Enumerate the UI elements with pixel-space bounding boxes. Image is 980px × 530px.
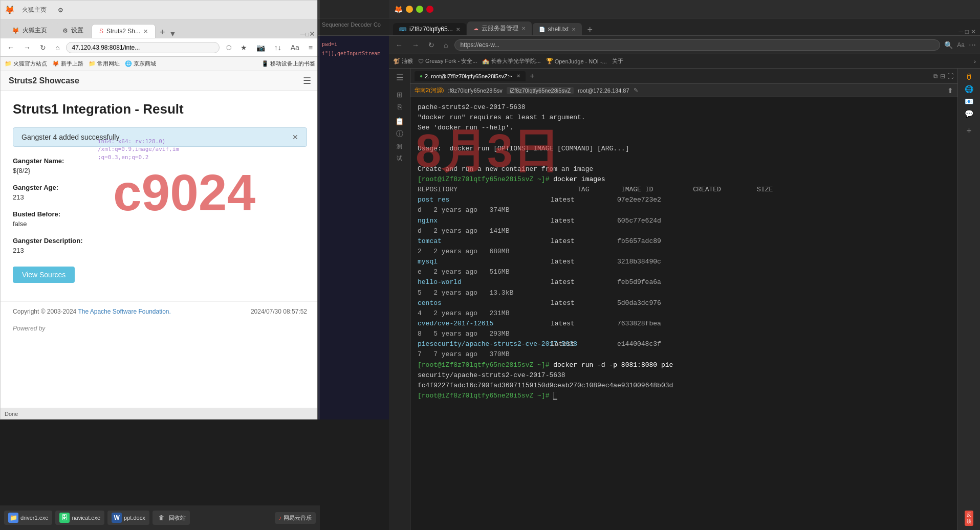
new-terminal-btn[interactable]: + bbox=[530, 72, 534, 81]
fullscreen-btn[interactable]: ⛶ bbox=[947, 73, 953, 80]
right-sidebar-outlook-btn[interactable]: 📧 bbox=[965, 97, 973, 105]
more-bookmarks-icon[interactable]: › bbox=[974, 58, 976, 64]
sidebar-paste-btn[interactable]: 📋 bbox=[395, 117, 404, 125]
new-tab-button[interactable]: + bbox=[156, 27, 169, 38]
right-restore-btn[interactable]: □ bbox=[965, 28, 969, 35]
tab-struts[interactable]: S Struts2 Sh... ✕ bbox=[92, 24, 156, 38]
right-tab-cloud[interactable]: ☁ 云服务器管理 ✕ bbox=[467, 21, 532, 35]
right-sidebar-oil-btn[interactable]: 🛢 bbox=[966, 73, 973, 81]
sidebar-copy-btn[interactable]: ⎘ bbox=[398, 103, 402, 111]
left-tab-home[interactable]: 火狐主页 bbox=[18, 5, 51, 15]
right-tab-ssh[interactable]: ⌨ iZf8z70lqtfy65... ✕ bbox=[393, 23, 466, 35]
status-text: Done bbox=[5, 411, 18, 417]
right-new-tab-button[interactable]: + bbox=[583, 25, 597, 35]
right-tab-shell[interactable]: 📄 shell.txt ✕ bbox=[533, 23, 582, 35]
session-region-label: 华南2(河源) bbox=[415, 86, 444, 94]
bookmark-newuser[interactable]: 🦊 新手上路 bbox=[52, 60, 83, 68]
view-sources-button[interactable]: View Sources bbox=[13, 267, 75, 283]
minimize-btn[interactable] bbox=[406, 6, 413, 13]
maximize-btn[interactable] bbox=[416, 6, 423, 13]
right-sidebar-csdn-btn[interactable]: 反馈 bbox=[965, 511, 973, 526]
sidebar-menu-btn[interactable]: ☰ bbox=[396, 73, 403, 82]
term-tab-label: 2. root@iZf8z70lqtfy65ne28i5svZ:~ bbox=[425, 73, 512, 79]
right-refresh-btn[interactable]: ↻ bbox=[426, 40, 437, 50]
field-gangster-desc: Gangster Description: 213 bbox=[13, 237, 307, 254]
url-bar[interactable] bbox=[66, 42, 219, 53]
right-url-bar[interactable] bbox=[454, 39, 940, 51]
sync-button[interactable]: ↑↓ bbox=[272, 42, 284, 53]
sequencer-tab[interactable]: Sequencer Decoder Co bbox=[322, 21, 381, 28]
minimize-button[interactable]: ─ bbox=[300, 30, 306, 38]
term-line-6 bbox=[418, 154, 950, 164]
sidebar-notes-btn[interactable]: 试 bbox=[397, 154, 402, 162]
extensions-button[interactable]: ⬡ bbox=[224, 43, 234, 52]
bookmark-common[interactable]: 📁 常用网址 bbox=[89, 60, 120, 68]
greasy-label: Greasy Fork - 安全... bbox=[425, 57, 477, 65]
bookmark-folder-icon: 📁 bbox=[5, 60, 12, 67]
close-button[interactable]: ✕ bbox=[309, 30, 315, 38]
bookmark-button[interactable]: ★ bbox=[238, 42, 250, 53]
taskbar-word[interactable]: W ppt.docx bbox=[107, 511, 149, 525]
taskbar-netease[interactable]: ♪ 网易云音乐 bbox=[275, 512, 316, 524]
terminal-right-sidebar: 🛢 🌐 📧 💬 + 反馈 bbox=[957, 69, 980, 530]
close-btn[interactable] bbox=[426, 6, 433, 13]
right-more-btn[interactable]: ⋯ bbox=[969, 41, 976, 49]
right-search-btn[interactable]: 🔍 bbox=[944, 41, 953, 49]
terminal-tab-1[interactable]: ● 2. root@iZf8z70lqtfy65ne28i5svZ:~ ✕ bbox=[415, 71, 526, 81]
shell-tab-close[interactable]: ✕ bbox=[572, 27, 576, 32]
tab-list-button[interactable]: ▼ bbox=[169, 30, 177, 38]
right-translate-btn[interactable]: Aa bbox=[957, 41, 965, 49]
tab-home[interactable]: 🦊 火狐主页 bbox=[5, 23, 54, 38]
alert-close-button[interactable]: ✕ bbox=[292, 133, 298, 141]
bookmark-about[interactable]: 关于 bbox=[612, 57, 623, 65]
restore-button[interactable]: □ bbox=[306, 31, 309, 38]
terminal-output[interactable]: 8月3日 pache-struts2-cve-2017-5638 "docker… bbox=[410, 97, 957, 530]
bookmark-greasy[interactable]: 🛡 Greasy Fork - 安全... bbox=[418, 57, 477, 65]
right-forward-btn[interactable]: → bbox=[409, 40, 422, 50]
right-sidebar-add-btn[interactable]: + bbox=[966, 126, 972, 137]
cloud-tab-close[interactable]: ✕ bbox=[521, 26, 526, 31]
split-h-btn[interactable]: ⧉ bbox=[933, 73, 938, 80]
back-button[interactable]: ← bbox=[5, 42, 17, 53]
right-home-btn[interactable]: ⌂ bbox=[441, 40, 450, 50]
term-tab-close[interactable]: ✕ bbox=[516, 73, 520, 79]
tab-settings[interactable]: ⚙ 设置 bbox=[55, 23, 91, 38]
forward-button[interactable]: → bbox=[21, 42, 33, 53]
sidebar-test-btn[interactable]: 测 bbox=[397, 143, 402, 150]
split-v-btn[interactable]: ⊟ bbox=[940, 73, 945, 80]
taskbar-driver[interactable]: 📁 driver1.exe bbox=[4, 511, 52, 525]
right-close-btn[interactable]: ✕ bbox=[971, 28, 976, 35]
bookmark-firefox-official[interactable]: 📁 火狐官方站点 bbox=[5, 60, 47, 68]
tab-struts-close[interactable]: ✕ bbox=[143, 28, 148, 35]
refresh-button[interactable]: ↻ bbox=[37, 42, 49, 53]
screenshot-button[interactable]: 📷 bbox=[254, 42, 268, 53]
right-sidebar-msg-btn[interactable]: 💬 bbox=[965, 109, 973, 118]
footer-foundation-link[interactable]: The Apache Software Foundation. bbox=[78, 308, 170, 315]
bookmark-mobile[interactable]: 📱 移动设备上的书签 bbox=[262, 60, 315, 68]
taskbar-recycle[interactable]: 🗑 回收站 bbox=[153, 511, 190, 525]
term-line-prompt-3: [root@iZf8z70lqtfy65ne28i5svZ ~]# █ bbox=[418, 391, 950, 401]
right-sidebar-globe-btn[interactable]: 🌐 bbox=[965, 85, 973, 93]
bookmark-ccu[interactable]: 🏫 长春大学光华学院... bbox=[482, 57, 540, 65]
bookmark-youhou[interactable]: 🐒 油猴 bbox=[393, 57, 413, 65]
settings-icon[interactable]: ⚙ bbox=[54, 6, 68, 15]
view-sources-section: View Sources bbox=[13, 267, 307, 291]
right-back-btn[interactable]: ← bbox=[393, 40, 405, 50]
sidebar-layout-btn[interactable]: ⊞ bbox=[397, 91, 403, 99]
powered-by-section: Powered by bbox=[1, 321, 319, 335]
bookmark-openjudge[interactable]: 🏆 OpenJudge - NOI -... bbox=[546, 58, 607, 64]
ssh-tab-close[interactable]: ✕ bbox=[456, 27, 460, 32]
right-minimize-btn[interactable]: ─ bbox=[959, 28, 963, 35]
more-button[interactable]: ≡ bbox=[306, 42, 315, 53]
hamburger-menu[interactable]: ☰ bbox=[303, 75, 311, 86]
upload-btn[interactable]: ⬆ bbox=[947, 86, 953, 95]
ccu-label: 长春大学光华学院... bbox=[491, 57, 540, 65]
translate-button[interactable]: Aa bbox=[288, 42, 302, 53]
session-info-bar: 华南2(河源) :f8z70lqtfy65ne28i5sv iZf8z70lqt… bbox=[410, 84, 957, 97]
taskbar-navicat[interactable]: 🗄 navicat.exe bbox=[55, 511, 104, 525]
bookmark-jd[interactable]: 🌐 京东商城 bbox=[125, 60, 156, 68]
home-button[interactable]: ⌂ bbox=[53, 42, 62, 53]
sidebar-info-btn[interactable]: ⓘ bbox=[396, 129, 403, 139]
page-content: in64: x64: rv:128.0) /xml:q=0.9,image/av… bbox=[1, 71, 319, 408]
right-browser-icon: 🦊 bbox=[394, 5, 403, 13]
